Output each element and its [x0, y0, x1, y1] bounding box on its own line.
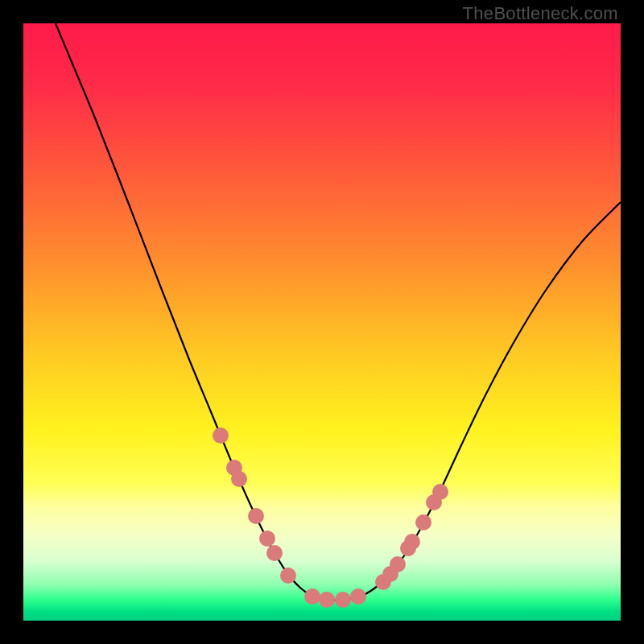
curve-marker	[248, 508, 264, 524]
curve-marker	[404, 534, 420, 550]
curve-marker	[432, 484, 448, 500]
gradient-rect	[23, 23, 621, 621]
curve-marker	[280, 568, 296, 584]
curve-marker	[231, 471, 247, 487]
curve-marker	[390, 556, 406, 572]
curve-marker	[350, 588, 366, 605]
curve-marker	[304, 588, 320, 605]
plot-area	[23, 23, 621, 621]
curve-marker	[335, 592, 351, 608]
curve-marker	[415, 514, 431, 530]
watermark-text: TheBottleneck.com	[463, 3, 618, 24]
curve-marker	[319, 592, 335, 608]
curve-marker	[259, 530, 275, 547]
chart-frame: TheBottleneck.com	[0, 0, 644, 644]
curve-marker	[213, 427, 229, 444]
curve-marker	[266, 545, 283, 561]
plot-svg	[23, 23, 621, 621]
